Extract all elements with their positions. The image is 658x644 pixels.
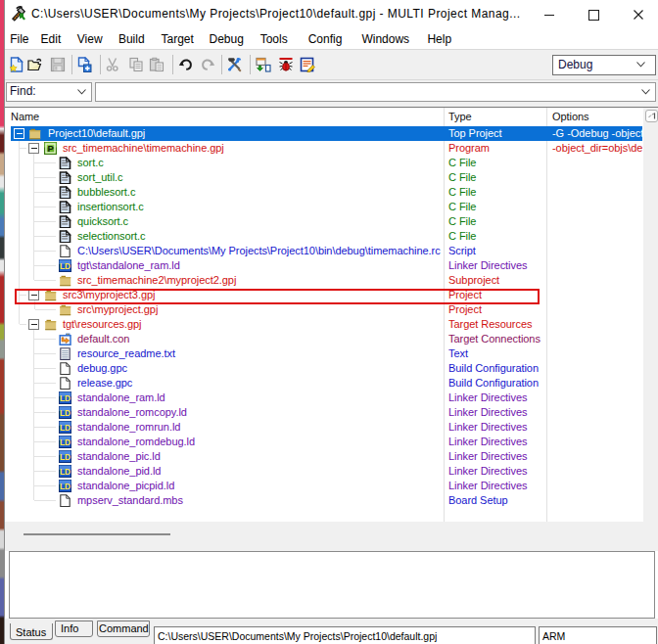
svg-text:LD: LD [60, 482, 70, 491]
svg-text:LD: LD [60, 393, 70, 403]
svg-text:LD: LD [60, 452, 70, 462]
svg-text:LD: LD [60, 261, 70, 271]
svg-text:LD: LD [60, 437, 70, 447]
svg-text:P: P [47, 143, 54, 154]
svg-text:LD: LD [60, 467, 70, 477]
svg-text:LD: LD [60, 423, 70, 433]
svg-text:LD: LD [60, 408, 70, 418]
